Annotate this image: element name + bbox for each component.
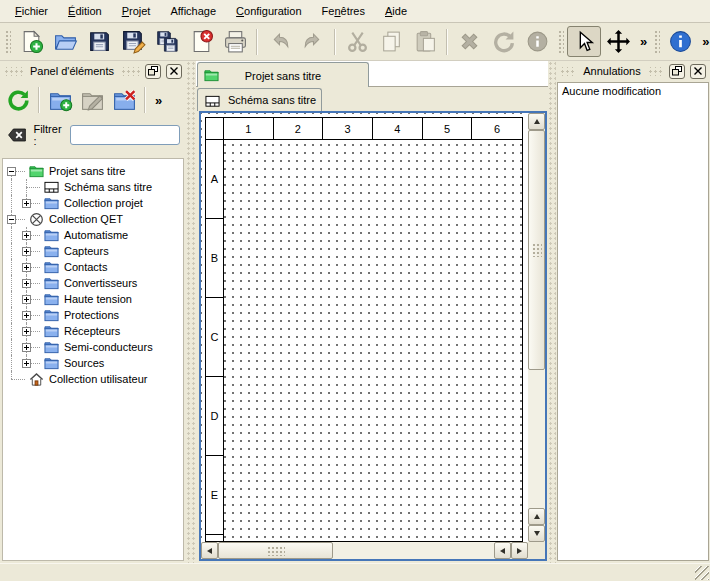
tree-expander-plus[interactable] xyxy=(22,311,31,320)
horizontal-scrollbar[interactable] xyxy=(201,542,528,559)
toolbar-grip[interactable] xyxy=(653,29,660,55)
diagram-view[interactable]: 123456ABCDE xyxy=(199,111,547,561)
toolbar-overflow-2[interactable]: » xyxy=(697,34,710,49)
dock-handle-texture[interactable] xyxy=(4,67,23,76)
hscroll-thumb[interactable] xyxy=(218,542,333,559)
pan-mode-button[interactable] xyxy=(601,26,635,57)
tree-item-automatisme[interactable]: Automatisme xyxy=(3,227,183,243)
folder-delete-icon xyxy=(112,88,137,113)
scroll-down-button[interactable] xyxy=(528,525,545,542)
float-panel-button[interactable] xyxy=(145,64,161,79)
about-button[interactable] xyxy=(663,26,697,57)
dock-splitter-left[interactable] xyxy=(186,61,196,563)
menu-affichage[interactable]: Affichage xyxy=(160,1,226,22)
toolbar-overflow-1[interactable]: » xyxy=(635,34,650,49)
object-info-button[interactable] xyxy=(520,26,554,57)
tree-item-label: Semi-conducteurs xyxy=(64,341,153,353)
tree-expander-plus[interactable] xyxy=(22,327,31,336)
tree-expander-plus[interactable] xyxy=(22,359,31,368)
tree-expander-plus[interactable] xyxy=(22,279,31,288)
undo-list-item[interactable]: Aucune modification xyxy=(558,83,708,99)
copy-button[interactable] xyxy=(374,26,408,57)
close-panel-button[interactable] xyxy=(166,64,182,79)
delete-category-button[interactable] xyxy=(108,84,140,116)
redo-button[interactable] xyxy=(296,26,330,57)
paste-button[interactable] xyxy=(408,26,442,57)
tree-expander-plus[interactable] xyxy=(22,247,31,256)
tree-item-semi-conducteurs[interactable]: Semi-conducteurs xyxy=(3,339,183,355)
save-as-button[interactable] xyxy=(116,26,150,57)
scroll-right-button[interactable] xyxy=(511,542,528,559)
scroll-left-button-2[interactable] xyxy=(494,542,511,559)
vertical-scrollbar[interactable] xyxy=(528,113,545,542)
dock-handle-texture[interactable] xyxy=(121,67,140,76)
selection-mode-button[interactable] xyxy=(567,26,601,57)
dock-handle-texture[interactable] xyxy=(648,67,664,76)
tab-schema[interactable]: Schéma sans titre xyxy=(197,88,322,111)
tree-item-collection-utilisateur[interactable]: Collection utilisateur xyxy=(3,371,183,387)
folder-blue-icon xyxy=(44,339,60,355)
close-panel-button[interactable] xyxy=(690,64,706,79)
tree-item-label: Haute tension xyxy=(64,293,132,305)
diagram-canvas[interactable]: 123456ABCDE xyxy=(201,113,528,542)
dock-handle-texture[interactable] xyxy=(560,67,576,76)
tree-item-convertisseurs[interactable]: Convertisseurs xyxy=(3,275,183,291)
menu-fichier[interactable]: Fichier xyxy=(5,1,58,22)
undo-button[interactable] xyxy=(262,26,296,57)
tree-item-contacts[interactable]: Contacts xyxy=(3,259,183,275)
tree-expander-minus[interactable] xyxy=(7,215,16,224)
scroll-up-button-2[interactable] xyxy=(528,508,545,525)
menu-projet[interactable]: Projet xyxy=(112,1,161,22)
frame-row-label: D xyxy=(206,377,224,456)
panel-toolbar-overflow[interactable]: » xyxy=(150,93,165,108)
tree-expander-plus[interactable] xyxy=(22,263,31,272)
save-button[interactable] xyxy=(82,26,116,57)
tree-item-haute-tension[interactable]: Haute tension xyxy=(3,291,183,307)
vscroll-thumb[interactable] xyxy=(528,130,545,370)
float-panel-button[interactable] xyxy=(669,64,685,79)
tree-item-protections[interactable]: Protections xyxy=(3,307,183,323)
close-document-button[interactable] xyxy=(184,26,218,57)
scroll-up-button[interactable] xyxy=(528,113,545,130)
tree-item-collection-qet[interactable]: Collection QET xyxy=(3,211,183,227)
tree-item-collection-projet[interactable]: Collection projet xyxy=(3,195,183,211)
tree-expander-plus[interactable] xyxy=(22,231,31,240)
menu-aide[interactable]: Aide xyxy=(375,1,417,22)
edit-category-button[interactable] xyxy=(76,84,108,116)
filter-row: Filtrer : xyxy=(0,119,186,151)
new-document-button[interactable] xyxy=(14,26,48,57)
open-project-button[interactable] xyxy=(48,26,82,57)
tree-expander-minus[interactable] xyxy=(7,167,16,176)
tree-expander-plus[interactable] xyxy=(22,199,31,208)
reload-collections-button[interactable] xyxy=(2,84,34,116)
tree-item-label: Récepteurs xyxy=(64,325,120,337)
tree-expander-plus[interactable] xyxy=(22,343,31,352)
tree-expander-plus[interactable] xyxy=(22,295,31,304)
new-category-button[interactable] xyxy=(44,84,76,116)
tree-item-sources[interactable]: Sources xyxy=(3,355,183,371)
toolbar-grip[interactable] xyxy=(557,29,564,55)
print-button[interactable] xyxy=(218,26,252,57)
delete-button[interactable] xyxy=(452,26,486,57)
frame-column-label: 5 xyxy=(423,118,473,140)
resize-grip[interactable] xyxy=(695,566,709,580)
tree-item-schema-sans-titre[interactable]: Schéma sans titre xyxy=(3,179,183,195)
dock-splitter-right[interactable] xyxy=(548,61,556,563)
folder-green-icon xyxy=(29,163,45,179)
tree-item-projet-sans-titre[interactable]: Projet sans titre xyxy=(3,163,183,179)
menu-fenetres[interactable]: Fenêtres xyxy=(312,1,375,22)
tree-item-label: Sources xyxy=(64,357,104,369)
cut-button[interactable] xyxy=(340,26,374,57)
toolbar-grip[interactable] xyxy=(4,29,11,55)
clear-filter-button[interactable] xyxy=(6,125,27,145)
tree-item-capteurs[interactable]: Capteurs xyxy=(3,243,183,259)
tree-item-recepteurs[interactable]: Récepteurs xyxy=(3,323,183,339)
save-all-button[interactable] xyxy=(150,26,184,57)
tab-project[interactable]: Projet sans titre xyxy=(197,62,369,88)
menu-edition[interactable]: Édition xyxy=(58,1,112,22)
folder-new-icon xyxy=(48,88,73,113)
scroll-left-button[interactable] xyxy=(201,542,218,559)
filter-input[interactable] xyxy=(70,125,180,145)
menu-configuration[interactable]: Configuration xyxy=(226,1,311,22)
rotate-button[interactable] xyxy=(486,26,520,57)
